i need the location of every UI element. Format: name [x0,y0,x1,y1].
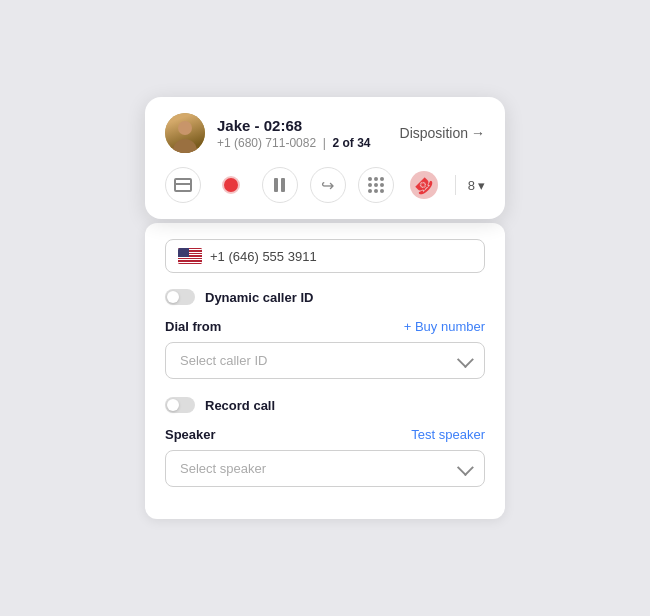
dynamic-caller-id-row: Dynamic caller ID [165,289,485,305]
phone-number: +1 (680) 711-0082 [217,136,316,150]
phone-number-input: +1 (646) 555 3911 [210,249,317,264]
phone-hangup-icon: ☎ [410,171,438,199]
record-call-row: Record call [165,395,485,413]
disposition-button[interactable]: Disposition → [400,125,485,141]
controls-divider [455,175,456,195]
hangup-button[interactable]: ☎ [406,167,442,203]
record-icon [222,176,240,194]
call-timer: - 02:68 [255,117,303,134]
inbox-button[interactable] [165,167,201,203]
pause-button[interactable] [262,167,298,203]
speaker-header: Speaker Test speaker [165,427,485,442]
record-button[interactable] [213,167,249,203]
call-header: Jake - 02:68 +1 (680) 711-0082 | 2 of 34… [165,113,485,153]
name-text: Jake [217,117,250,134]
call-widget: Jake - 02:68 +1 (680) 711-0082 | 2 of 34… [145,97,505,219]
phone-input-row[interactable]: +1 (646) 555 3911 [165,239,485,273]
queue-count: 8 [468,178,475,193]
caller-number: +1 (680) 711-0082 | 2 of 34 [217,136,388,150]
queue-info: 2 of 34 [333,136,371,150]
dialpad-icon [368,177,384,193]
record-call-label: Record call [205,398,275,413]
speaker-select[interactable]: Select speaker [165,450,485,487]
call-info: Jake - 02:68 +1 (680) 711-0082 | 2 of 34 [217,117,388,150]
inbox-icon [174,178,192,192]
speaker-label: Speaker [165,427,216,442]
speaker-chevron-icon [457,459,474,476]
dialpad-button[interactable] [358,167,394,203]
avatar [165,113,205,153]
disposition-arrow: → [471,125,485,141]
speaker-placeholder: Select speaker [180,461,266,476]
record-call-toggle[interactable] [165,397,195,413]
queue-chevron: ▾ [478,178,485,193]
transfer-button[interactable]: ↪ [310,167,346,203]
caller-id-placeholder: Select caller ID [180,353,267,368]
call-controls: ↪ ☎ 8 ▾ [165,163,485,203]
dynamic-caller-id-label: Dynamic caller ID [205,290,313,305]
test-speaker-link[interactable]: Test speaker [411,427,485,442]
dynamic-caller-id-toggle[interactable] [165,289,195,305]
transfer-icon: ↪ [321,176,334,195]
hangup-icon: ☎ [410,171,438,199]
caller-name: Jake - 02:68 [217,117,388,134]
caller-id-chevron-icon [457,351,474,368]
pause-icon [274,178,285,192]
dial-from-header: Dial from + Buy number [165,319,485,334]
settings-panel: +1 (646) 555 3911 Dynamic caller ID Dial… [145,223,505,519]
queue-button[interactable]: 8 ▾ [468,178,485,193]
caller-id-select[interactable]: Select caller ID [165,342,485,379]
disposition-label: Disposition [400,125,468,141]
flag-us-icon [178,248,202,264]
app-container: Jake - 02:68 +1 (680) 711-0082 | 2 of 34… [145,97,505,519]
dial-from-label: Dial from [165,319,221,334]
buy-number-link[interactable]: + Buy number [404,319,485,334]
